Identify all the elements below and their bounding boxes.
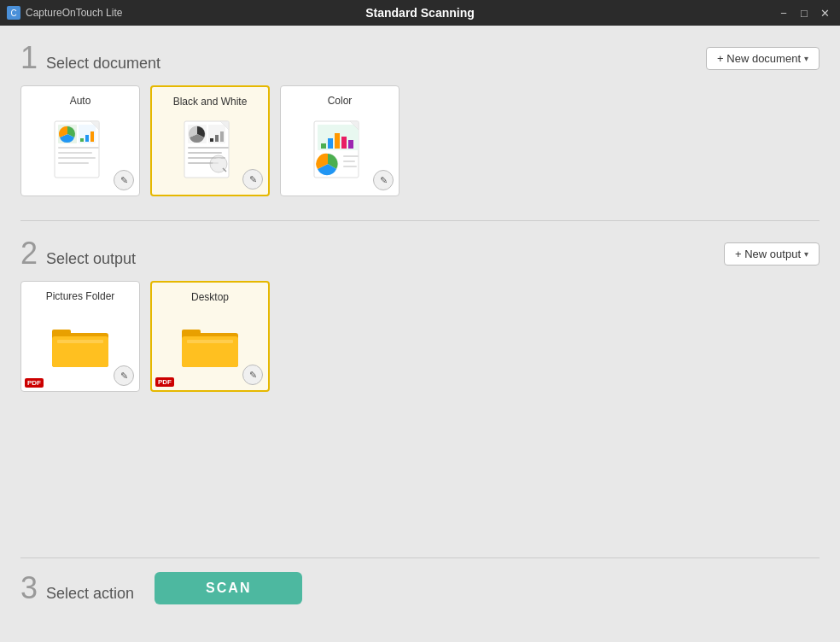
svg-rect-30 <box>328 138 333 149</box>
svg-rect-6 <box>90 131 94 142</box>
output-cards-row: Pictures Folder PDF ✎ <box>20 281 820 392</box>
auto-card-image <box>51 114 109 190</box>
window-title: Standard Scanning <box>365 6 475 20</box>
scan-row: 3 Select action SCAN <box>20 572 820 604</box>
bw-card-image <box>181 114 239 190</box>
svg-rect-40 <box>52 330 71 336</box>
close-button[interactable]: ✕ <box>816 4 833 21</box>
document-card-auto[interactable]: Auto <box>20 85 140 196</box>
svg-rect-42 <box>57 340 103 343</box>
app-name: CaptureOnTouch Lite <box>26 7 122 19</box>
bw-card-label: Black and White <box>173 96 248 108</box>
desktop-card-image <box>180 310 240 385</box>
new-output-dropdown-arrow: ▾ <box>804 249 808 259</box>
color-card-edit-button[interactable]: ✎ <box>373 170 394 190</box>
svg-rect-37 <box>343 166 357 167</box>
section1-label: Select document <box>46 55 160 73</box>
section-select-output: 2 Select output + New output ▾ Pictures … <box>20 238 820 392</box>
title-bar-left: C CaptureOnTouch Lite <box>7 6 122 20</box>
color-card-image <box>311 114 369 190</box>
auto-card-edit-button[interactable]: ✎ <box>114 170 134 190</box>
color-edit-icon: ✎ <box>380 175 388 186</box>
svg-rect-16 <box>210 138 213 142</box>
bw-doc-icon <box>181 120 239 184</box>
section1-header: 1 Select document + New document ▾ <box>20 43 820 73</box>
maximize-button[interactable]: □ <box>796 4 813 21</box>
color-doc-icon <box>311 120 369 184</box>
svg-rect-10 <box>58 162 89 164</box>
desktop-folder-icon <box>180 323 240 372</box>
section2-header: 2 Select output + New output ▾ <box>20 238 820 269</box>
pictures-edit-icon: ✎ <box>120 371 128 382</box>
scan-button[interactable]: SCAN <box>155 572 302 604</box>
svg-rect-46 <box>187 340 233 343</box>
title-bar: C CaptureOnTouch Lite Standard Scanning … <box>0 0 840 26</box>
svg-rect-31 <box>335 133 340 149</box>
desktop-edit-icon: ✎ <box>249 370 257 381</box>
section-separator-1 <box>20 220 820 221</box>
new-output-label: + New output <box>735 248 801 260</box>
section1-title: 1 Select document <box>20 43 160 73</box>
svg-rect-20 <box>188 152 222 154</box>
main-content: 1 Select document + New document ▾ Auto <box>0 26 840 642</box>
svg-rect-5 <box>85 135 89 142</box>
new-document-button[interactable]: + New document ▾ <box>706 47 820 70</box>
svg-rect-44 <box>182 330 201 336</box>
section2-number: 2 <box>20 238 38 269</box>
document-card-color[interactable]: Color <box>280 85 400 196</box>
svg-rect-33 <box>348 140 353 149</box>
pictures-pdf-badge: PDF <box>25 378 44 388</box>
title-bar-controls: − □ ✕ <box>775 4 833 21</box>
svg-point-24 <box>213 158 225 170</box>
auto-card-label: Auto <box>70 95 91 107</box>
color-card-label: Color <box>328 95 353 107</box>
new-document-dropdown-arrow: ▾ <box>804 54 808 63</box>
svg-rect-7 <box>58 147 99 149</box>
output-card-pictures[interactable]: Pictures Folder PDF ✎ <box>20 281 140 392</box>
svg-rect-8 <box>58 152 92 154</box>
pictures-card-edit-button[interactable]: ✎ <box>114 365 134 386</box>
section3-label: Select action <box>46 585 134 603</box>
svg-rect-35 <box>343 155 359 157</box>
bw-edit-icon: ✎ <box>249 174 257 185</box>
bw-card-edit-button[interactable]: ✎ <box>242 169 263 190</box>
desktop-card-edit-button[interactable]: ✎ <box>242 365 263 385</box>
document-card-bw[interactable]: Black and White <box>150 85 270 196</box>
svg-rect-4 <box>80 138 84 142</box>
auto-edit-icon: ✎ <box>120 175 128 186</box>
pictures-card-image <box>50 309 110 386</box>
desktop-card-label: Desktop <box>191 291 229 303</box>
auto-doc-icon <box>51 120 109 184</box>
desktop-pdf-badge: PDF <box>155 377 174 387</box>
svg-rect-36 <box>343 160 355 162</box>
section-select-action: 3 Select action SCAN <box>20 540 820 604</box>
minimize-button[interactable]: − <box>775 4 792 21</box>
svg-rect-18 <box>220 131 224 142</box>
svg-rect-19 <box>188 147 229 149</box>
svg-rect-29 <box>321 143 326 149</box>
pictures-card-label: Pictures Folder <box>46 290 115 302</box>
section-select-document: 1 Select document + New document ▾ Auto <box>20 43 820 196</box>
section3-title: 3 Select action <box>20 573 134 604</box>
svg-rect-32 <box>341 137 347 149</box>
section3-number: 3 <box>20 573 38 604</box>
section-separator-2 <box>20 557 820 558</box>
new-output-button[interactable]: + New output ▾ <box>724 242 820 266</box>
new-document-label: + New document <box>717 52 801 65</box>
output-card-desktop[interactable]: Desktop PDF ✎ <box>150 281 270 392</box>
section2-label: Select output <box>46 250 136 268</box>
svg-rect-9 <box>58 157 96 159</box>
document-cards-row: Auto <box>20 85 820 196</box>
section1-number: 1 <box>20 43 38 73</box>
section2-title: 2 Select output <box>20 238 136 269</box>
spacer <box>20 412 820 540</box>
pictures-folder-icon <box>50 323 110 372</box>
svg-rect-17 <box>215 135 219 142</box>
app-icon: C <box>7 6 20 20</box>
